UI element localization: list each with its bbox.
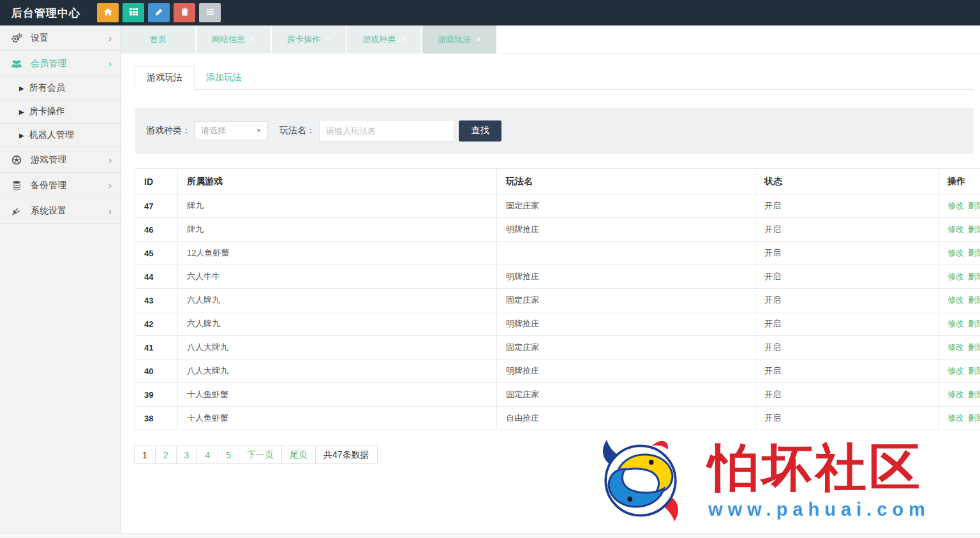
col-play: 玩法名 (497, 169, 755, 194)
edit-link[interactable]: 修改 (947, 272, 964, 281)
subtab-label: 游戏玩法 (147, 72, 182, 82)
table-header-row: ID 所属游戏 玩法名 状态 操作 (135, 169, 980, 194)
close-icon[interactable]: × (250, 34, 255, 45)
list-icon (205, 7, 215, 19)
sidebar-item-backup[interactable]: 备份管理 › (0, 173, 121, 198)
page-5[interactable]: 5 (218, 446, 239, 464)
sidebar-subitem-label: 所有会员 (29, 82, 65, 94)
search-button[interactable]: 查找 (459, 120, 501, 142)
cell-id: 45 (135, 242, 178, 265)
edit-link[interactable]: 修改 (947, 342, 964, 352)
grid-button[interactable] (122, 3, 144, 22)
table-row: 47 牌九 固定庄家 开启 修改删除 (135, 194, 980, 218)
edit-link[interactable]: 修改 (947, 224, 964, 234)
cell-status: 开启 (755, 218, 939, 242)
edit-link[interactable]: 修改 (947, 319, 964, 328)
play-name-input[interactable] (319, 120, 454, 142)
edit-link[interactable]: 修改 (947, 389, 964, 399)
table-row: 43 六人牌九 固定庄家 开启 修改删除 (135, 289, 980, 312)
edit-link[interactable]: 修改 (947, 248, 964, 258)
cell-play: 固定庄家 (497, 383, 755, 407)
table-row: 38 十人鱼虾蟹 自由抢庄 开启 修改删除 (135, 407, 980, 430)
sidebar-item-members[interactable]: 会员管理 › (0, 51, 121, 76)
users-icon (11, 58, 25, 69)
caret-right-icon: ▶ (19, 132, 24, 139)
col-actions: 操作 (939, 169, 980, 194)
page-2[interactable]: 2 (155, 446, 177, 464)
cell-game: 牌九 (178, 218, 497, 242)
home-button[interactable] (97, 3, 119, 22)
sidebar-subitem-label: 房卡操作 (29, 106, 65, 117)
col-game: 所属游戏 (178, 169, 497, 194)
page-3[interactable]: 3 (176, 446, 198, 464)
sidebar-item-games[interactable]: 游戏管理 › (0, 147, 121, 173)
tab-label: 网站信息 (212, 34, 245, 45)
chevron-right-icon: › (108, 205, 112, 216)
edit-button[interactable] (148, 3, 170, 22)
edit-link[interactable]: 修改 (947, 295, 964, 305)
delete-link[interactable]: 删除 (968, 272, 980, 281)
footer-strip (0, 533, 980, 538)
tab-game-plays[interactable]: 游戏玩法 × (422, 25, 498, 54)
delete-link[interactable]: 删除 (968, 248, 980, 258)
cell-status: 开启 (755, 194, 939, 218)
sidebar-subitem-all-members[interactable]: ▶ 所有会员 (0, 76, 121, 100)
delete-link[interactable]: 删除 (968, 342, 980, 352)
table-row: 45 12人鱼虾蟹 开启 修改删除 (135, 242, 980, 265)
page-current[interactable]: 1 (134, 446, 156, 464)
cell-play: 固定庄家 (497, 289, 755, 312)
cell-status: 开启 (755, 360, 939, 383)
sidebar-item-label: 游戏管理 (31, 154, 66, 166)
delete-link[interactable]: 删除 (968, 201, 980, 210)
tab-label: 首页 (150, 34, 167, 45)
game-type-select[interactable]: 请选择 ▼ (195, 121, 268, 140)
cell-status: 开启 (755, 383, 939, 407)
delete-button[interactable] (174, 3, 195, 22)
sidebar-subitem-room-card[interactable]: ▶ 房卡操作 (0, 100, 121, 124)
cell-play: 固定庄家 (497, 336, 755, 360)
delete-link[interactable]: 删除 (968, 366, 980, 375)
cell-game: 十人鱼虾蟹 (178, 383, 497, 407)
cell-id: 40 (135, 360, 178, 383)
tab-site-info[interactable]: 网站信息 × (197, 25, 272, 54)
play-name-label: 玩法名： (279, 125, 315, 136)
sidebar-item-system[interactable]: 系统设置 › (0, 198, 121, 224)
table-row: 41 八人大牌九 固定庄家 开启 修改删除 (135, 336, 980, 360)
subtab-game-plays[interactable]: 游戏玩法 (135, 66, 195, 90)
category-label: 游戏种类： (146, 125, 191, 136)
last-page-button[interactable]: 尾页 (281, 446, 316, 464)
cell-play: 明牌抢庄 (497, 312, 755, 336)
tab-home[interactable]: 首页 (121, 25, 197, 54)
delete-link[interactable]: 删除 (968, 319, 980, 328)
col-status: 状态 (755, 169, 939, 194)
sidebar-item-settings[interactable]: 设置 › (0, 25, 121, 51)
close-icon[interactable]: × (325, 34, 330, 45)
next-page-button[interactable]: 下一页 (239, 446, 282, 464)
subtab-bar: 游戏玩法 添加玩法 (135, 66, 974, 90)
topbar: 后台管理中心 (0, 0, 980, 25)
tab-label: 游戏玩法 (438, 34, 471, 45)
cell-status: 开启 (755, 407, 939, 430)
edit-link[interactable]: 修改 (947, 201, 964, 210)
tab-room-card[interactable]: 房卡操作 × (272, 25, 347, 54)
delete-link[interactable]: 删除 (968, 224, 980, 234)
delete-link[interactable]: 删除 (968, 413, 980, 423)
caret-right-icon: ▶ (19, 85, 24, 92)
page-4[interactable]: 4 (197, 446, 218, 464)
tab-game-types[interactable]: 游戏种类 × (347, 25, 422, 54)
delete-link[interactable]: 删除 (968, 295, 980, 305)
edit-link[interactable]: 修改 (947, 366, 964, 375)
close-icon[interactable]: × (401, 34, 406, 45)
delete-link[interactable]: 删除 (968, 389, 980, 399)
menu-button[interactable] (199, 3, 221, 22)
sidebar-subitem-robots[interactable]: ▶ 机器人管理 (0, 124, 121, 147)
edit-link[interactable]: 修改 (947, 413, 964, 423)
subtab-add-play[interactable]: 添加玩法 (195, 66, 253, 89)
cell-status: 开启 (755, 289, 939, 312)
cell-play: 固定庄家 (497, 194, 755, 218)
plays-table: ID 所属游戏 玩法名 状态 操作 47 牌九 固定庄家 开启 修改删除 46 (135, 168, 980, 430)
home-icon (103, 7, 113, 19)
select-value: 请选择 (201, 125, 226, 136)
plug-icon (11, 205, 25, 217)
close-icon[interactable]: × (476, 34, 481, 45)
